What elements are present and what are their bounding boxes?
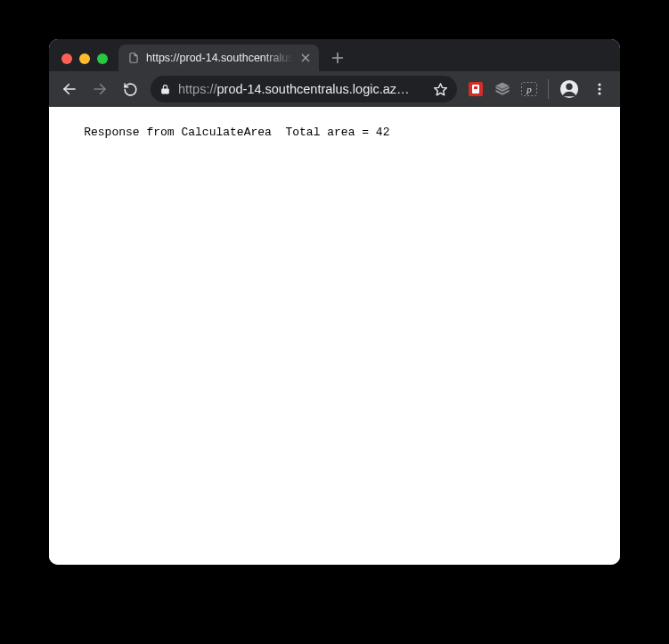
svg-text:p: p (526, 84, 532, 94)
page-favicon-icon (127, 52, 140, 64)
back-button[interactable] (56, 76, 83, 102)
window-minimize-button[interactable] (79, 53, 90, 64)
svg-rect-9 (474, 86, 477, 89)
bookmark-star-icon[interactable] (433, 82, 448, 97)
toolbar: https://prod-14.southcentralus.logic.az… (49, 71, 620, 107)
window-zoom-button[interactable] (97, 53, 108, 64)
extension-pocket-icon[interactable]: p (518, 77, 541, 101)
chrome-menu-button[interactable] (586, 76, 613, 102)
tab-title: https://prod-14.southcentralus (146, 52, 293, 64)
window-controls (58, 53, 113, 71)
svg-point-16 (598, 92, 600, 94)
secure-lock-icon[interactable] (159, 84, 171, 95)
extension-buffer-icon[interactable] (491, 77, 514, 101)
url-text: https://prod-14.southcentralus.logic.az… (178, 82, 426, 96)
svg-marker-6 (435, 83, 447, 94)
address-bar[interactable]: https://prod-14.southcentralus.logic.az… (151, 76, 457, 102)
forward-button[interactable] (86, 76, 113, 102)
toolbar-separator (548, 79, 549, 99)
new-tab-button[interactable] (326, 46, 349, 69)
browser-tab[interactable]: https://prod-14.southcentralus (118, 45, 319, 71)
reload-button[interactable] (117, 76, 143, 102)
extension-lastpass-icon[interactable] (464, 77, 487, 101)
tab-close-button[interactable] (299, 52, 312, 64)
url-scheme: https:// (178, 82, 217, 96)
response-text: Response from CalculateArea Total area =… (84, 126, 389, 139)
svg-point-14 (598, 83, 600, 86)
window-close-button[interactable] (61, 53, 72, 64)
profile-avatar-button[interactable] (556, 76, 583, 102)
svg-point-13 (566, 84, 572, 90)
page-content: Response from CalculateArea Total area =… (49, 107, 620, 565)
svg-point-15 (598, 87, 600, 90)
url-host-path: prod-14.southcentralus.logic.az… (217, 82, 410, 96)
browser-window: https://prod-14.southcentralus (49, 39, 620, 565)
tab-strip: https://prod-14.southcentralus (49, 39, 620, 71)
